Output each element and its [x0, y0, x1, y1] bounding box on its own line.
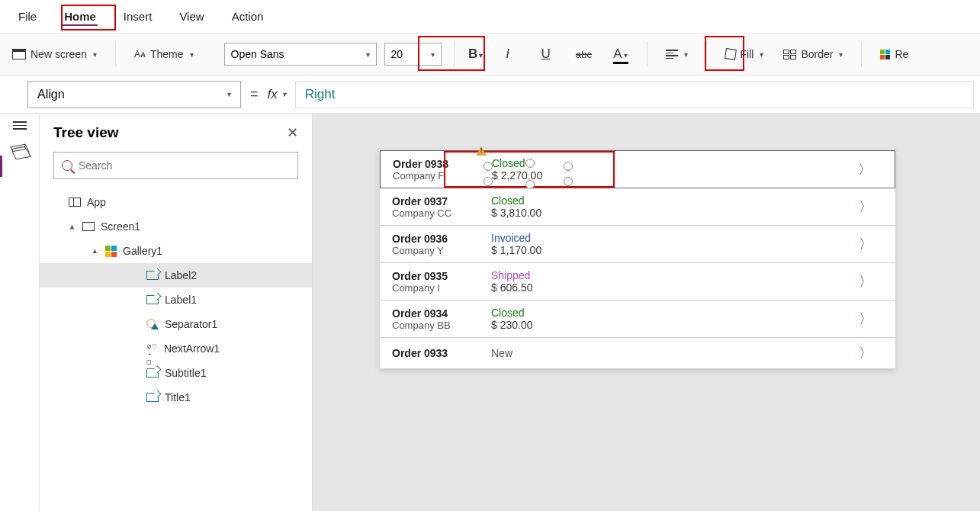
chevron-down-icon: ▾ — [366, 50, 370, 59]
font-name-select[interactable]: Open Sans ▾ — [224, 43, 377, 66]
tree-view-icon[interactable] — [12, 145, 27, 157]
menu-home[interactable]: Home — [52, 5, 108, 27]
reorder-label: Re — [895, 48, 908, 60]
menu-file[interactable]: File — [6, 5, 49, 27]
chevron-right-icon[interactable]: 〉 — [859, 272, 883, 291]
chevron-down-icon: ▾ — [684, 50, 688, 59]
status-label: Shipped — [491, 269, 530, 281]
fill-label: Fill — [741, 48, 754, 60]
menu-action[interactable]: Action — [220, 5, 276, 27]
chevron-right-icon[interactable]: 〉 — [859, 235, 883, 253]
ribbon-toolbar: New screen ▾ Aᴀ Theme ▾ Open Sans ▾ 20 ▾… — [0, 34, 980, 76]
chevron-down-icon: ▾ — [282, 90, 286, 98]
company-subtitle: Company I — [392, 282, 484, 294]
reorder-button[interactable]: Re — [874, 45, 914, 63]
italic-button[interactable]: I — [499, 47, 517, 62]
order-title: Order 0936 — [392, 233, 484, 245]
tree-item-separator1[interactable]: Separator1 — [40, 312, 312, 336]
menu-view[interactable]: View — [167, 5, 216, 27]
order-title: Order 0935 — [392, 270, 484, 282]
order-title: Order 0934 — [392, 307, 484, 320]
formula-input[interactable]: Right — [295, 81, 974, 108]
canvas[interactable]: Order 0938Company FClosed$ 2,270.00〉Orde… — [313, 114, 980, 511]
order-title: Order 0937 — [392, 195, 484, 207]
screen-icon — [12, 49, 26, 59]
font-name-value: Open Sans — [231, 48, 284, 60]
tree-view-header: Tree view ✕ — [40, 114, 312, 152]
chevron-right-icon[interactable]: 〉 — [859, 198, 883, 216]
price-label: $ 1,170.00 — [491, 244, 541, 256]
tree-view-title: Tree view — [53, 124, 119, 141]
chevron-right-icon[interactable]: 〉 — [859, 310, 883, 328]
bold-button[interactable]: B▾ — [467, 47, 485, 62]
font-color-button[interactable]: A▾ — [612, 47, 630, 62]
tree-item-title1[interactable]: Title1 — [40, 385, 312, 410]
chevron-right-icon[interactable]: 〉 — [858, 160, 882, 178]
price-label: $ 606.50 — [491, 281, 533, 294]
status-label: Closed — [491, 194, 525, 207]
new-screen-button[interactable]: New screen ▾ — [6, 45, 103, 63]
rail-indicator — [0, 156, 2, 177]
status-label: Invoiced — [491, 232, 531, 244]
chevron-right-icon[interactable]: 〉 — [859, 344, 883, 362]
fx-button[interactable]: fx ▾ — [268, 87, 286, 102]
close-icon[interactable]: ✕ — [287, 124, 298, 141]
gallery-icon — [105, 246, 117, 257]
tree-item-label2[interactable]: Label2 — [40, 263, 312, 288]
gallery-row[interactable]: Order 0933New〉 — [380, 338, 895, 369]
company-subtitle: Company CC — [392, 207, 484, 219]
menu-bar: File Home Insert View Action — [0, 0, 980, 34]
property-select[interactable]: Align ▾ — [27, 81, 241, 108]
border-button[interactable]: Border ▾ — [777, 45, 849, 63]
tree-search-input[interactable] — [79, 159, 290, 172]
tree-item-screen1[interactable]: ▲ Screen1 — [40, 214, 312, 239]
label-icon — [146, 295, 159, 304]
separator — [861, 41, 862, 67]
gallery-row[interactable]: Order 0938Company FClosed$ 2,270.00〉 — [380, 150, 895, 188]
tree-view-panel: Tree view ✕ App ▲ Screen1 ▲ Gallery1 — [40, 114, 313, 511]
formula-value: Right — [305, 87, 336, 102]
border-label: Border — [801, 48, 833, 60]
gallery-row[interactable]: Order 0936Company YInvoiced$ 1,170.00〉 — [380, 226, 895, 263]
hamburger-icon[interactable] — [13, 121, 27, 130]
menu-insert[interactable]: Insert — [111, 5, 165, 27]
tree-item-app[interactable]: App — [40, 190, 312, 214]
label-icon — [146, 368, 159, 378]
left-rail — [0, 114, 40, 511]
text-align-button[interactable]: ▾ — [660, 47, 694, 62]
collapse-icon[interactable]: ▲ — [69, 223, 76, 230]
search-icon — [62, 160, 72, 171]
strikethrough-button[interactable]: abc — [575, 49, 593, 60]
app-icon — [69, 198, 81, 207]
company-subtitle: Company F — [393, 170, 484, 182]
tree-item-nextarrow1[interactable]: ⊘♡＋◻ NextArrow1 — [40, 336, 312, 361]
chevron-down-icon: ▾ — [93, 50, 97, 59]
tree-item-label1[interactable]: Label1 — [40, 288, 312, 312]
gallery-row[interactable]: Order 0937Company CCClosed$ 3,810.00〉 — [380, 188, 895, 226]
tree-search[interactable] — [53, 152, 298, 179]
underline-button[interactable]: U — [537, 47, 555, 62]
theme-icon: Aᴀ — [134, 49, 146, 59]
theme-button[interactable]: Aᴀ Theme ▾ — [128, 45, 200, 63]
order-title: Order 0933 — [392, 347, 484, 359]
theme-label: Theme — [150, 48, 184, 60]
tree-item-subtitle1[interactable]: Subtitle1 — [40, 361, 312, 385]
gallery-row[interactable]: Order 0934Company BBClosed$ 230.00〉 — [380, 300, 895, 338]
chevron-down-icon: ▾ — [839, 50, 843, 59]
fill-button[interactable]: Fill ▾ — [719, 45, 770, 63]
company-subtitle: Company BB — [392, 320, 484, 331]
collapse-icon[interactable]: ▲ — [92, 247, 99, 255]
formula-bar: Align ▾ = fx ▾ Right — [0, 76, 980, 114]
new-screen-label: New screen — [31, 48, 87, 60]
price-label: $ 230.00 — [491, 319, 533, 331]
chevron-down-icon: ▾ — [190, 50, 194, 59]
align-icon — [666, 50, 678, 59]
tree-item-gallery1[interactable]: ▲ Gallery1 — [40, 239, 312, 263]
chevron-down-icon: ▾ — [760, 50, 763, 59]
reorder-icon — [880, 50, 890, 59]
chevron-down-icon: ▾ — [227, 90, 231, 98]
order-title: Order 0938 — [393, 158, 484, 170]
app-preview[interactable]: Order 0938Company FClosed$ 2,270.00〉Orde… — [380, 150, 895, 369]
gallery-row[interactable]: Order 0935Company IShipped$ 606.50〉 — [380, 263, 895, 300]
font-size-select[interactable]: 20 ▾ — [384, 43, 442, 66]
